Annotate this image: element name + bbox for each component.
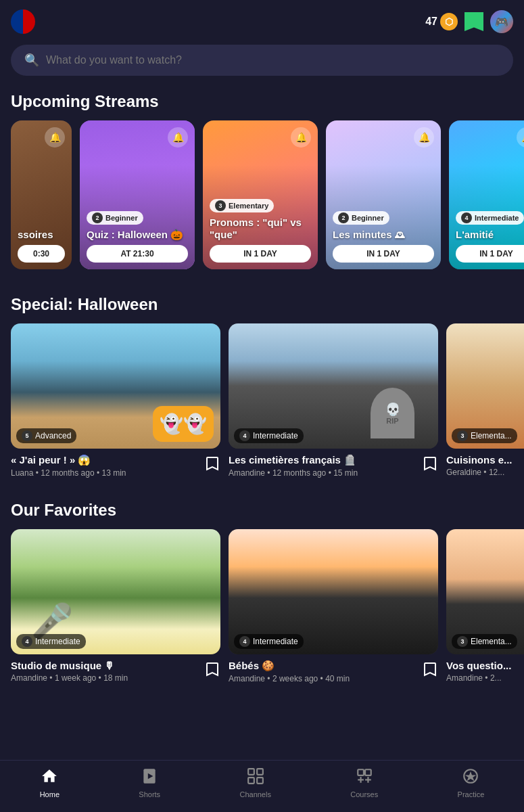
nav-courses-label: Courses — [350, 790, 378, 798]
video-card[interactable]: 3 Elementa... Cuisinons e... Geraldine •… — [446, 323, 524, 478]
nav-shorts[interactable]: Shorts — [139, 767, 160, 798]
bookmark-button[interactable] — [422, 661, 438, 677]
video-meta: Amandine • 1 week ago • 18 min — [11, 673, 128, 683]
level-label: Intermediate — [253, 431, 298, 441]
practice-icon — [462, 767, 479, 788]
video-title: Bébés 🍪 — [229, 660, 350, 672]
level-number: 5 — [22, 430, 32, 441]
coin-counter: 47 ⬡ — [425, 13, 458, 30]
halloween-video-list: 👻👻 5 Advanced « J'ai peur ! » 😱 Luana • … — [0, 323, 524, 478]
video-thumbnail: 👻👻 5 Advanced — [11, 323, 220, 449]
language-flag[interactable] — [11, 9, 35, 34]
stream-card[interactable]: 🔔 2 Beginner Quiz : Halloween 🎃 AT 21:30 — [80, 120, 195, 269]
svg-rect-5 — [257, 777, 263, 784]
bottom-nav: Home Shorts Channels — [0, 760, 524, 812]
video-card[interactable]: 4 Intermediate Bébés 🍪 Amandine • 2 week… — [229, 529, 438, 683]
level-overlay: 3 Elementa... — [452, 634, 517, 649]
coin-icon: ⬡ — [440, 13, 458, 30]
video-meta: Luana • 12 months ago • 13 min — [11, 468, 126, 478]
courses-icon — [356, 767, 373, 788]
favorites-video-list: 🎤 4 Intermediate Studio de musique 🎙 Ama… — [0, 529, 524, 683]
level-label: Elementa... — [471, 637, 512, 646]
nav-channels[interactable]: Channels — [239, 767, 270, 798]
nav-practice-label: Practice — [458, 790, 485, 798]
shorts-icon — [141, 767, 158, 788]
search-input[interactable] — [46, 54, 500, 66]
coin-count: 47 — [425, 16, 437, 28]
level-label: Advanced — [35, 431, 71, 441]
level-label: Beginner — [105, 214, 138, 222]
header: 47 ⬡ 🎮 — [0, 0, 524, 41]
level-overlay: 4 Intermediate — [16, 634, 86, 649]
stream-time[interactable]: 0:30 — [18, 245, 65, 263]
stream-time[interactable]: IN 1 DAY — [210, 245, 311, 263]
upcoming-streams-section: Upcoming Streams 🔔 ssoires 0:30 🔔 — [0, 87, 524, 283]
level-badge: 2 Beginner — [87, 211, 143, 225]
bell-button[interactable]: 🔔 — [517, 127, 524, 148]
favorites-section: Our Favorites 🎤 4 Intermediate Studio de… — [0, 495, 524, 751]
level-badge: 3 Elementary — [210, 199, 274, 212]
video-meta: Amandine • 12 months ago • 15 min — [229, 468, 358, 478]
level-number: 3 — [457, 636, 468, 647]
upcoming-streams-title: Upcoming Streams — [0, 87, 524, 120]
stream-card[interactable]: 🔔 4 Intermediate L'amitié IN 1 DAY — [449, 120, 524, 269]
video-title: Cuisinons e... — [446, 454, 513, 466]
stream-title: Quiz : Halloween 🎃 — [87, 229, 188, 241]
video-meta: Amandine • 2... — [446, 673, 511, 683]
stream-title: L'amitié — [456, 229, 524, 241]
video-info: « J'ai peur ! » 😱 Luana • 12 months ago … — [11, 454, 220, 478]
level-number: 2 — [338, 212, 349, 223]
level-number: 4 — [461, 212, 472, 223]
svg-marker-13 — [467, 773, 475, 780]
level-overlay: 3 Elementa... — [452, 428, 517, 443]
video-meta: Amandine • 2 weeks ago • 40 min — [229, 674, 350, 683]
level-number: 3 — [457, 430, 468, 441]
nav-courses[interactable]: Courses — [350, 767, 378, 798]
bookmark-icon[interactable] — [465, 12, 483, 31]
bell-button[interactable]: 🔔 — [414, 127, 434, 148]
stream-card[interactable]: 🔔 ssoires 0:30 — [11, 120, 72, 269]
video-title: « J'ai peur ! » 😱 — [11, 454, 126, 466]
search-bar[interactable]: 🔍 — [11, 45, 513, 76]
stream-card[interactable]: 🔔 2 Beginner Les minutes 🕰 IN 1 DAY — [326, 120, 441, 269]
video-info: Vos questio... Amandine • 2... — [446, 660, 524, 683]
svg-rect-2 — [248, 769, 254, 775]
level-overlay: 4 Intermediate — [234, 634, 304, 649]
svg-rect-6 — [358, 769, 364, 775]
video-card[interactable]: 👻👻 5 Advanced « J'ai peur ! » 😱 Luana • … — [11, 323, 220, 478]
search-icon: 🔍 — [24, 53, 39, 68]
stream-time[interactable]: IN 1 DAY — [456, 245, 524, 263]
level-badge: 4 Intermediate — [456, 211, 524, 225]
bell-button[interactable]: 🔔 — [168, 127, 188, 148]
level-label: Elementa... — [471, 431, 512, 441]
video-title: Studio de musique 🎙 — [11, 660, 128, 671]
stream-time[interactable]: AT 21:30 — [87, 245, 188, 263]
bookmark-button[interactable] — [204, 661, 220, 677]
bookmark-button[interactable] — [204, 455, 220, 472]
bookmark-button[interactable] — [422, 455, 438, 472]
favorites-title: Our Favorites — [0, 495, 524, 529]
video-info: Bébés 🍪 Amandine • 2 weeks ago • 40 min — [229, 660, 438, 683]
level-label: Elementary — [229, 202, 268, 210]
video-card[interactable]: 🎤 4 Intermediate Studio de musique 🎙 Ama… — [11, 529, 220, 683]
video-card[interactable]: 💀 RIP 4 Intermediate Les cimetières fran… — [229, 323, 438, 478]
level-number: 4 — [239, 636, 250, 647]
nav-home[interactable]: Home — [40, 767, 59, 798]
bell-button[interactable]: 🔔 — [291, 127, 311, 148]
video-card[interactable]: 3 Elementa... Vos questio... Amandine • … — [446, 529, 524, 683]
nav-practice[interactable]: Practice — [458, 767, 485, 798]
video-thumbnail: 3 Elementa... — [446, 529, 524, 654]
stream-time[interactable]: IN 1 DAY — [333, 245, 434, 263]
level-label: Beginner — [352, 214, 384, 222]
bell-button[interactable]: 🔔 — [45, 127, 65, 148]
level-number: 4 — [239, 430, 250, 441]
user-avatar[interactable]: 🎮 — [490, 10, 513, 33]
channels-icon — [247, 767, 264, 788]
level-label: Intermediate — [253, 637, 298, 646]
svg-rect-3 — [257, 769, 263, 775]
video-info: Studio de musique 🎙 Amandine • 1 week ag… — [11, 660, 220, 683]
halloween-section: Special: Halloween 👻👻 5 Advanced « J'ai … — [0, 290, 524, 489]
home-icon — [41, 767, 58, 788]
level-label: Intermediate — [475, 214, 519, 222]
stream-card[interactable]: 🔔 3 Elementary Pronoms : "qui" vs "que" … — [203, 120, 318, 269]
